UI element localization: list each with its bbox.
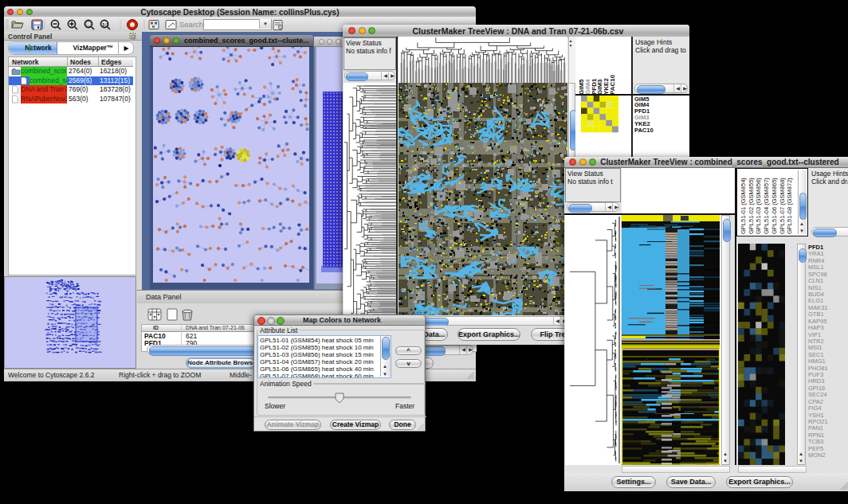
- svg-text:GPL51-08 (GSM872): GPL51-08 (GSM872): [786, 178, 793, 234]
- svg-text:GPL51-07 (GSM868): GPL51-07 (GSM868): [779, 178, 786, 234]
- svg-text:GPL51-06 (GSM865): GPL51-06 (GSM865): [771, 178, 778, 234]
- svg-text:PAC10: PAC10: [609, 74, 616, 95]
- svg-text:MON2: MON2: [808, 451, 826, 459]
- svg-text:1:1: 1:1: [102, 22, 109, 27]
- svg-text:GPL51-04 (GSM857): GPL51-04 (GSM857): [763, 178, 770, 234]
- svg-text:GPL51-01 (GSM854): GPL51-01 (GSM854): [740, 178, 747, 234]
- svg-text:GPL51-03 (GSM856): GPL51-03 (GSM856): [755, 178, 762, 234]
- svg-text:GPL51-02 (GSM855): GPL51-02 (GSM855): [748, 178, 755, 234]
